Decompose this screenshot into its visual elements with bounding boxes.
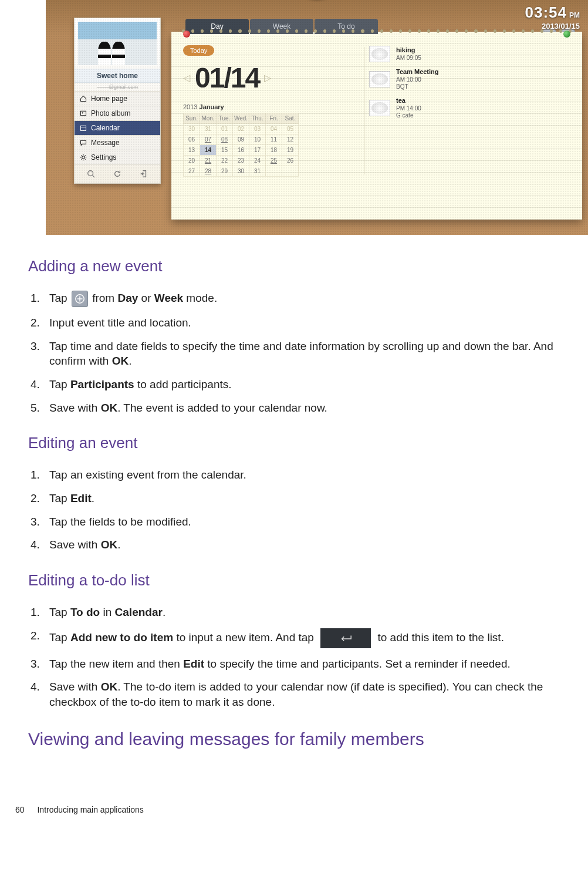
calendar-day-cell[interactable]: 21	[200, 156, 217, 166]
event-location: BQT	[396, 83, 439, 91]
list-item: Tap Participants to add participants.	[28, 377, 584, 400]
pin-icon	[183, 31, 190, 38]
calendar-day-cell[interactable]: 07	[200, 134, 217, 145]
instruction-list: Tap from Day or Week mode. Input event t…	[28, 291, 584, 423]
calendar-day-cell[interactable]: 12	[282, 134, 299, 145]
calendar-day-cell[interactable]: 06	[184, 134, 200, 145]
calendar-day-cell[interactable]: 08	[217, 134, 233, 145]
calendar-day-cell[interactable]: 31	[249, 166, 266, 177]
calendar-day-cell[interactable]: 27	[184, 166, 200, 177]
calendar-day-cell[interactable]: 14	[200, 145, 217, 156]
clock-time: 03:54	[525, 4, 567, 21]
dow-header: Sat.	[282, 113, 299, 124]
calendar-day-cell[interactable]: 17	[249, 145, 266, 156]
enter-key-icon	[320, 628, 371, 648]
calendar-day-cell[interactable]: 25	[266, 156, 282, 166]
tab-week[interactable]: Week	[250, 19, 313, 34]
calendar-day-cell[interactable]: 16	[233, 145, 249, 156]
sync-icon: ⟲	[565, 32, 572, 41]
month-year-label: 2013 January	[183, 103, 359, 110]
calendar-day-cell[interactable]: 02	[233, 124, 249, 134]
calendar-day-cell[interactable]: 23	[233, 156, 249, 166]
profile-title: Sweet home	[75, 69, 160, 83]
event-item[interactable]: Team MeetingAM 10:00BQT	[369, 68, 570, 91]
calendar-day-cell[interactable]: 30	[233, 166, 249, 177]
calendar-day-cell[interactable]: 31	[200, 124, 217, 134]
dow-header: Tue.	[217, 113, 233, 124]
add-event-button[interactable]: ⊕	[542, 29, 556, 43]
home-icon	[79, 95, 87, 103]
dow-header: Thu.	[249, 113, 266, 124]
calendar-day-cell[interactable]: 03	[249, 124, 266, 134]
list-item: Save with OK.	[28, 537, 584, 561]
sidebar-item-label: Calendar	[91, 124, 120, 132]
event-location: G cafe	[396, 112, 421, 120]
calendar-day-cell[interactable]: 09	[233, 134, 249, 145]
photo-strip	[46, 0, 588, 16]
calendar-day-cell[interactable]: 18	[266, 145, 282, 156]
event-item[interactable]: teaPM 14:00G cafe	[369, 97, 570, 120]
calendar-tabs: DayWeekTo do	[185, 19, 582, 34]
event-thumbnail	[369, 46, 390, 62]
event-thumbnail	[369, 100, 390, 116]
event-list: hikingAM 09:05Team MeetingAM 10:00BQTtea…	[369, 45, 570, 177]
sidebar-item-settings[interactable]: Settings	[75, 150, 160, 164]
calendar-day-cell[interactable]: 24	[249, 156, 266, 166]
sidebar-item-message[interactable]: Message	[75, 135, 160, 150]
today-badge[interactable]: Today	[183, 45, 214, 56]
calendar-day-cell[interactable]: 11	[266, 134, 282, 145]
mini-calendar[interactable]: Sun.Mon.Tue.Wed.Thu.Fri.Sat. 30310102030…	[183, 113, 299, 177]
chapter-title: Introducing main applications	[37, 805, 143, 814]
svg-point-1	[82, 112, 83, 113]
event-item[interactable]: hikingAM 09:05	[369, 46, 570, 62]
sidebar-item-home-page[interactable]: Home page	[75, 91, 160, 106]
dow-header: Sun.	[184, 113, 200, 124]
clock-widget: 03:54PM 2013/01/15	[525, 4, 580, 31]
chevron-left-icon[interactable]: ◁	[183, 72, 190, 83]
ring-binding	[171, 29, 582, 35]
list-item: Save with OK. The to-do item is added to…	[28, 679, 584, 718]
note-action-bar: ⊕ ⟲	[542, 29, 575, 43]
calendar-day-cell[interactable]: 04	[266, 124, 282, 134]
tab-to-do[interactable]: To do	[315, 19, 378, 34]
event-title: hiking	[396, 46, 421, 55]
calendar-app-screenshot: 03:54PM 2013/01/15 ⊕ ⟲ Sweet home ······…	[46, 0, 588, 235]
calendar-day-cell[interactable]: 28	[200, 166, 217, 177]
sidebar-item-photo-album[interactable]: Photo album	[75, 106, 160, 120]
svg-rect-2	[81, 126, 86, 130]
dow-header: Wed.	[233, 113, 249, 124]
tab-day[interactable]: Day	[185, 19, 249, 34]
svg-point-5	[88, 171, 93, 176]
clock-date: 2013/01/15	[525, 22, 580, 31]
calendar-day-cell[interactable]: 10	[249, 134, 266, 145]
dow-header: Mon.	[200, 113, 217, 124]
section-heading: Editing an event	[28, 433, 584, 453]
calendar-day-cell[interactable]: 20	[184, 156, 200, 166]
calendar-day-cell[interactable]: 01	[217, 124, 233, 134]
search-icon[interactable]	[87, 170, 95, 180]
calendar-day-cell[interactable]: 30	[184, 124, 200, 134]
calendar-day-cell[interactable]: 26	[282, 156, 299, 166]
refresh-icon[interactable]	[113, 170, 121, 180]
calendar-day-cell[interactable]: 13	[184, 145, 200, 156]
calendar-day-cell[interactable]: 05	[282, 124, 299, 134]
section-heading: Viewing and leaving messages for family …	[28, 727, 584, 752]
calendar-day-cell[interactable]: 22	[217, 156, 233, 166]
calendar-day-cell[interactable]: 29	[217, 166, 233, 177]
event-title: tea	[396, 97, 421, 105]
page-footer: 60 Introducing main applications	[0, 783, 588, 827]
page-number: 60	[15, 805, 25, 814]
sidebar-item-calendar[interactable]: Calendar	[75, 120, 160, 135]
sidebar-item-label: Photo album	[91, 109, 130, 117]
clock-ampm: PM	[569, 11, 580, 19]
profile-photo-penguins	[78, 22, 157, 65]
photo-icon	[79, 109, 87, 117]
calendar-day-cell[interactable]: 19	[282, 145, 299, 156]
side-menu-note: Sweet home ········@gmail.com Home pageP…	[74, 18, 161, 184]
chevron-right-icon[interactable]: ▷	[264, 72, 271, 83]
exit-icon[interactable]	[140, 170, 148, 180]
settings-icon	[79, 153, 87, 161]
sync-button[interactable]: ⟲	[561, 29, 575, 43]
calendar-day-cell[interactable]: 15	[217, 145, 233, 156]
calendar-note: DayWeekTo do Today ◁ 01/14 ▷ 2013 Januar…	[171, 32, 582, 220]
